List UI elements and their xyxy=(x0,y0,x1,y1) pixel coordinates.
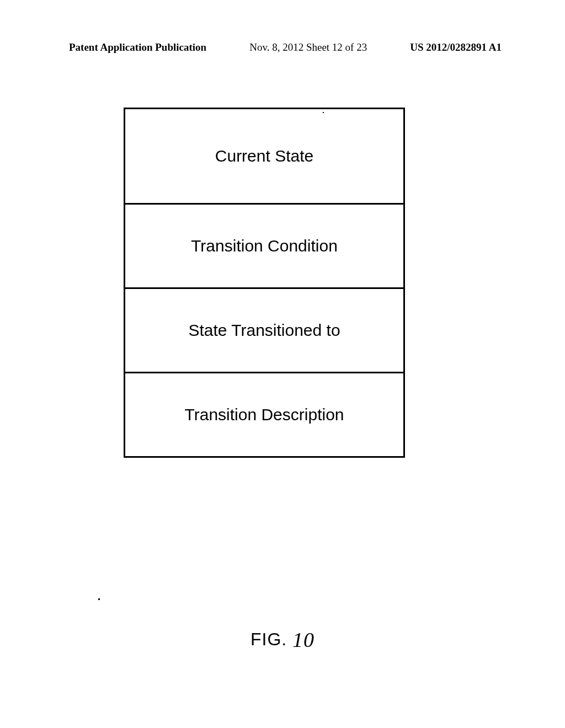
page-header: Patent Application Publication Nov. 8, 2… xyxy=(0,41,565,53)
artifact-speck xyxy=(323,112,324,113)
patent-number-label: US 2012/0282891 A1 xyxy=(410,41,502,53)
diagram-cell-current-state: Current State xyxy=(124,108,405,205)
figure-number: 10 xyxy=(292,628,315,651)
date-sheet-label: Nov. 8, 2012 Sheet 12 of 23 xyxy=(249,41,367,53)
figure-prefix: FIG. xyxy=(250,629,287,649)
diagram-cell-transition-condition: Transition Condition xyxy=(124,203,405,289)
publication-label: Patent Application Publication xyxy=(69,41,206,53)
diagram-cell-transition-description: Transition Description xyxy=(124,372,405,458)
diagram-cell-state-transitioned-to: State Transitioned to xyxy=(124,287,405,373)
figure-caption: FIG. 10 xyxy=(0,626,565,650)
state-diagram: Current State Transition Condition State… xyxy=(124,108,405,456)
artifact-speck xyxy=(98,598,100,600)
